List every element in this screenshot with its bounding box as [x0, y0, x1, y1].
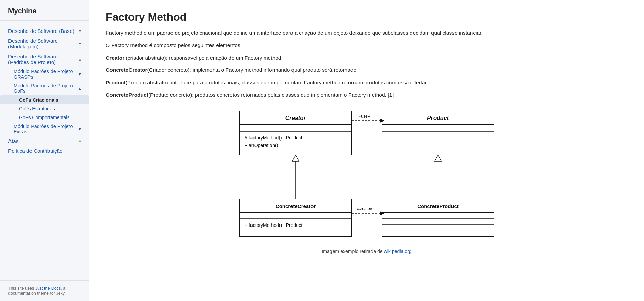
- chevron-down-icon: ▾: [79, 71, 81, 77]
- concrete-creator-title: ConcreteCreator: [276, 203, 316, 209]
- intro-paragraph-1: Factory method é um padrão de projeto cr…: [106, 29, 628, 37]
- main-content: Factory Method Factory method é um padrã…: [89, 0, 644, 301]
- chevron-down-icon: ▾: [79, 29, 81, 34]
- create-label: «create»: [357, 206, 373, 211]
- element-product: Product(Produto abstrato): interface par…: [106, 79, 628, 87]
- svg-marker-10: [292, 155, 299, 161]
- uml-diagram: Creator # factoryMethod() : Product + an…: [235, 108, 499, 246]
- term-product: Product: [106, 80, 126, 85]
- page-title: Factory Method: [106, 11, 628, 23]
- element-creator: Creator (criador abstrato): responsável …: [106, 54, 628, 62]
- footer-link[interactable]: Just the Docs: [35, 286, 61, 291]
- sidebar-item-gofs-comportamentais[interactable]: GoFs Comportamentais: [0, 113, 89, 122]
- term-concrete-product: ConcreteProduct: [106, 92, 148, 98]
- sidebar-item-atas[interactable]: Atas ▾: [0, 136, 89, 146]
- chevron-up-icon: ▴: [79, 86, 81, 91]
- term-creator: Creator: [106, 55, 124, 61]
- uml-diagram-container: Creator # factoryMethod() : Product + an…: [106, 108, 628, 254]
- sidebar-item-modulo-gofs[interactable]: Módulo Padrões de Projeto GoFs ▴: [0, 81, 89, 95]
- sidebar-item-label: GoFs Estruturais: [19, 106, 55, 111]
- sidebar-item-modulo-extras[interactable]: Módulo Padrões de Projeto Extras ▾: [0, 122, 89, 136]
- sidebar: Mychine Desenho de Software (Base) ▾ Des…: [0, 0, 89, 301]
- term-concrete-creator: ConcreteCreator: [106, 67, 147, 73]
- site-logo[interactable]: Mychine: [0, 0, 89, 21]
- sidebar-item-label: Desenho de Software (Modelagem): [8, 38, 79, 49]
- element-concrete-creator: ConcreteCreator(Criador concreto): imple…: [106, 66, 628, 74]
- chevron-down-icon: ▾: [79, 126, 81, 132]
- sidebar-item-label: GoFs Criacionais: [19, 97, 58, 103]
- wikipedia-link[interactable]: wikipedia.org: [384, 249, 411, 254]
- sidebar-item-label: Política de Contribuição: [8, 148, 62, 154]
- concrete-creator-method: + factoryMethod() : Product: [245, 222, 302, 228]
- sidebar-item-desenho-modelagem[interactable]: Desenho de Software (Modelagem) ▾: [0, 36, 89, 51]
- uml-caption: Imagem exemplo retirada de wikipedia.org: [322, 249, 411, 254]
- product-title: Product: [427, 115, 449, 121]
- sidebar-item-gofs-estruturais[interactable]: GoFs Estruturais: [0, 104, 89, 113]
- sidebar-item-label: Atas: [8, 138, 18, 144]
- sidebar-item-label: Módulo Padrões de Projeto GRASPs: [14, 69, 79, 80]
- sidebar-item-label: GoFs Comportamentais: [19, 115, 69, 120]
- intro-paragraph-2: O Factory method é composto pelos seguin…: [106, 41, 628, 50]
- sidebar-item-label: Módulo Padrões de Projeto Extras: [14, 124, 79, 134]
- sidebar-item-desenho-padroes[interactable]: Desenho de Software (Padrões de Projeto)…: [0, 51, 89, 67]
- chevron-down-icon: ▾: [79, 41, 81, 46]
- chevron-down-icon: ▾: [79, 139, 81, 144]
- sidebar-item-politica[interactable]: Política de Contribuição: [0, 146, 89, 156]
- sidebar-item-desenho-base[interactable]: Desenho de Software (Base) ▾: [0, 26, 89, 36]
- creator-method2: + anOperation(): [245, 143, 278, 148]
- sidebar-item-label: Desenho de Software (Base): [8, 28, 74, 34]
- creator-title: Creator: [285, 115, 306, 121]
- sidebar-item-label: Módulo Padrões de Projeto GoFs: [14, 83, 79, 94]
- sidebar-nav: Desenho de Software (Base) ▾ Desenho de …: [0, 23, 89, 280]
- site-title: Mychine: [8, 7, 36, 15]
- concrete-product-title: ConcreteProduct: [417, 203, 459, 209]
- sidebar-footer: This site uses Just the Docs, a document…: [0, 280, 89, 301]
- sidebar-item-gofs-criacionais[interactable]: GoFs Criacionais: [0, 95, 89, 104]
- footer-text: This site uses: [8, 286, 35, 291]
- sidebar-item-label: Desenho de Software (Padrões de Projeto): [8, 53, 79, 65]
- use-label: «use»: [359, 114, 370, 119]
- chevron-up-icon: ▴: [79, 57, 81, 62]
- svg-marker-12: [435, 155, 441, 161]
- creator-method1: # factoryMethod() : Product: [245, 135, 302, 141]
- element-concrete-product: ConcreteProduct(Produto concreto): produ…: [106, 91, 628, 100]
- sidebar-item-modulo-grasp[interactable]: Módulo Padrões de Projeto GRASPs ▾: [0, 67, 89, 81]
